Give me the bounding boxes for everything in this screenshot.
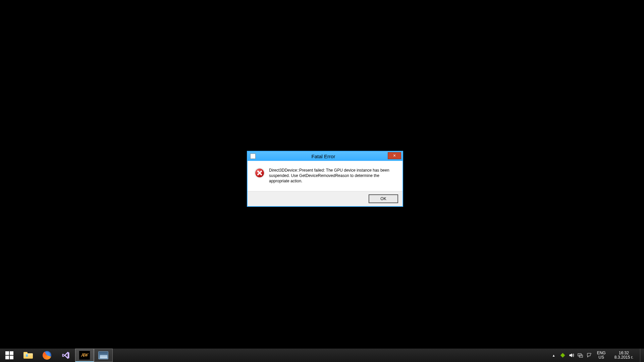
taskbar-spacer: [113, 349, 547, 362]
system-tray: ▲ ENG US 16:32 8.3.2015 г.: [547, 349, 644, 362]
taskbar: AW ▲ ENG US 16:32 8.3.2015 г.: [0, 349, 644, 362]
network-tray-icon[interactable]: [578, 353, 583, 358]
show-desktop-button[interactable]: [640, 349, 643, 362]
taskbar-item-visual-studio[interactable]: [56, 349, 75, 362]
taskbar-item-file-explorer[interactable]: [19, 349, 38, 362]
close-button[interactable]: ×: [388, 152, 401, 159]
ok-button[interactable]: OK: [369, 195, 398, 203]
clock-date: 8.3.2015 г.: [614, 355, 633, 360]
taskbar-clock[interactable]: 16:32 8.3.2015 г.: [611, 349, 637, 362]
windows-logo-icon: [5, 351, 13, 359]
dialog-footer: OK: [248, 191, 402, 206]
aw-application-label: AW: [81, 353, 88, 358]
error-icon: [254, 168, 265, 178]
taskbar-left: AW: [0, 349, 113, 362]
dialog-titlebar[interactable]: Fatal Error ×: [248, 152, 402, 161]
dialog-message: Direct3DDevice::Present failed: The GPU …: [269, 168, 390, 184]
firefox-icon: [43, 351, 51, 360]
application-icon: [250, 154, 256, 159]
taskbar-item-aw-application[interactable]: AW: [75, 349, 94, 362]
start-button[interactable]: [0, 349, 19, 362]
language-indicator[interactable]: ENG US: [595, 349, 608, 362]
dialog-title: Fatal Error: [258, 154, 402, 159]
taskbar-item-application[interactable]: [94, 349, 113, 362]
nvidia-tray-icon[interactable]: [560, 353, 566, 358]
dialog-body: Direct3DDevice::Present failed: The GPU …: [248, 161, 402, 191]
visual-studio-icon: [61, 351, 70, 360]
aw-application-icon: AW: [79, 351, 90, 360]
volume-tray-icon[interactable]: [569, 353, 574, 358]
error-dialog: Fatal Error × Direct3DDevice::Present fa…: [247, 151, 403, 207]
action-center-tray-icon[interactable]: [586, 353, 592, 358]
application-window-icon: [98, 351, 108, 359]
taskbar-item-firefox[interactable]: [38, 349, 56, 362]
language-secondary: US: [598, 355, 604, 360]
folder-icon: [23, 352, 33, 359]
tray-overflow-button[interactable]: ▲: [551, 352, 557, 359]
